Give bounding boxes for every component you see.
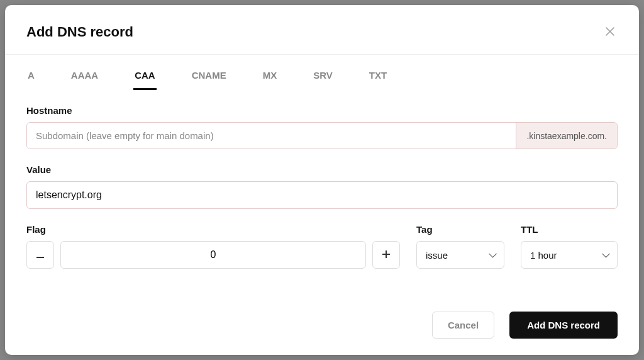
modal-header: Add DNS record xyxy=(5,5,639,55)
value-field: Value xyxy=(26,164,618,209)
tab-mx[interactable]: MX xyxy=(262,64,279,90)
value-input[interactable] xyxy=(26,181,618,209)
flag-label: Flag xyxy=(26,224,400,235)
plus-icon xyxy=(382,250,390,260)
record-type-tabs: A AAAA CAA CNAME MX SRV TXT xyxy=(5,64,639,90)
tag-label: Tag xyxy=(416,224,504,235)
hostname-field: Hostname .kinstaexample.com. xyxy=(26,105,618,149)
tab-caa[interactable]: CAA xyxy=(133,64,157,90)
ttl-field: TTL 1 hour xyxy=(521,224,618,269)
flag-stepper xyxy=(26,241,400,269)
close-button[interactable] xyxy=(602,25,618,40)
value-label: Value xyxy=(26,164,618,175)
ttl-label: TTL xyxy=(521,224,618,235)
modal-title: Add DNS record xyxy=(26,24,133,40)
ttl-select-wrap: 1 hour xyxy=(521,241,618,269)
tab-cname[interactable]: CNAME xyxy=(191,64,228,90)
modal-footer: Cancel Add DNS record xyxy=(5,296,639,355)
minus-icon xyxy=(36,250,44,260)
svg-rect-0 xyxy=(36,257,44,258)
hostname-suffix: .kinstaexample.com. xyxy=(516,123,617,149)
ttl-selected-value: 1 hour xyxy=(530,250,557,261)
tab-aaaa[interactable]: AAAA xyxy=(70,64,99,90)
tab-srv[interactable]: SRV xyxy=(312,64,334,90)
ttl-select[interactable]: 1 hour xyxy=(521,241,618,269)
tab-txt[interactable]: TXT xyxy=(368,64,388,90)
cancel-button[interactable]: Cancel xyxy=(432,312,494,339)
svg-rect-2 xyxy=(382,254,390,255)
tag-field: Tag issue xyxy=(416,224,504,269)
tag-select[interactable]: issue xyxy=(416,241,504,269)
add-dns-record-button[interactable]: Add DNS record xyxy=(509,312,618,339)
flag-input[interactable] xyxy=(60,241,366,269)
dns-form: Hostname .kinstaexample.com. Value Flag xyxy=(5,90,639,269)
hostname-input[interactable] xyxy=(27,123,516,149)
flag-decrement-button[interactable] xyxy=(26,241,54,269)
tab-a[interactable]: A xyxy=(26,64,36,90)
flag-field: Flag xyxy=(26,224,400,269)
flag-increment-button[interactable] xyxy=(372,241,400,269)
hostname-input-group: .kinstaexample.com. xyxy=(26,122,618,149)
tag-selected-value: issue xyxy=(426,250,448,261)
add-dns-record-modal: Add DNS record A AAAA CAA CNAME MX SRV T… xyxy=(5,5,639,355)
close-icon xyxy=(606,26,614,39)
flag-tag-ttl-row: Flag Tag xyxy=(26,224,618,269)
hostname-label: Hostname xyxy=(26,105,618,116)
tag-select-wrap: issue xyxy=(416,241,504,269)
